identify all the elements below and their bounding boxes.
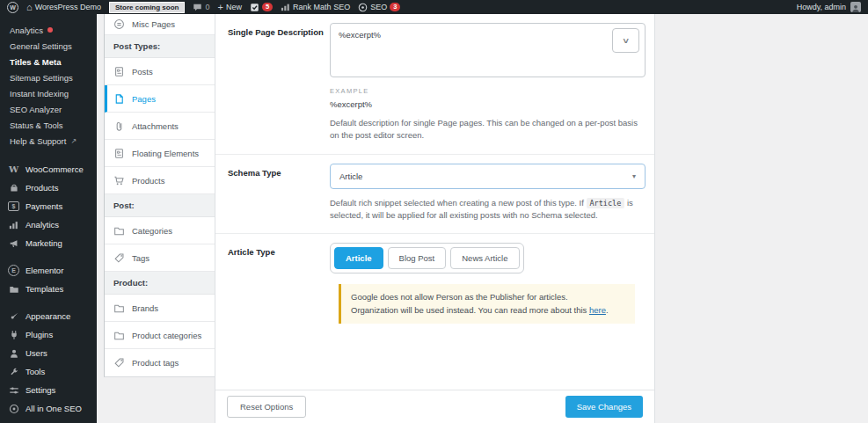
menu-item-tools[interactable]: Tools [0,362,97,381]
plus-icon: + [217,2,222,12]
menu-item-marketing[interactable]: Marketing [0,234,97,252]
templates-folder-icon [8,283,19,295]
chevron-down-icon: > [621,38,631,43]
rank-math-menu[interactable]: Rank Math SEO [281,3,350,11]
seo-menu[interactable]: SEO 3 [358,3,400,12]
comments-count: 0 [205,3,209,11]
menu-item-woocommerce[interactable]: WWooCommerce [0,160,97,179]
tab-attachments[interactable]: Attachments [105,113,215,140]
elementor-icon: E [8,265,19,276]
sidebar-item-help-support[interactable]: Help & Support↗ [0,133,97,149]
home-icon: ⌂ [26,3,33,12]
variable-dropdown-button[interactable]: > [612,28,639,53]
site-link[interactable]: ⌂ WoresPress Demo [26,3,101,12]
seo-icon [358,3,368,12]
aioseo-icon [8,403,19,414]
schema-type-row: Schema Type Article ▾ Default rich snipp… [215,154,654,234]
article-type-article-button[interactable]: Article [334,247,383,269]
external-link-icon: ↗ [70,137,77,145]
sidebar-item-sitemap-settings[interactable]: Sitemap Settings [0,69,97,85]
avatar[interactable] [850,2,861,12]
analytics-bars-icon [8,219,19,230]
settings-tab-column: Misc Pages Post Types: Posts Pages Attac… [104,14,215,377]
comments-icon [193,3,202,12]
sidebar-item-general-settings[interactable]: General Settings [0,38,97,54]
folder-icon [113,303,125,314]
brush-icon [8,310,19,322]
howdy-account-link[interactable]: Howdy, admin [797,3,846,11]
sidebar-item-titles-meta[interactable]: Titles & Meta [0,54,97,69]
content-spacer [215,335,654,390]
wordpress-menu[interactable]: W [7,2,18,13]
updates-check-icon [250,3,259,12]
tab-brands[interactable]: Brands [105,295,215,322]
seo-label: SEO [370,3,387,11]
tab-header-post-types: Post Types: [105,35,215,58]
menu-item-payments[interactable]: $Payments [0,197,97,215]
tab-misc-pages[interactable]: Misc Pages [105,14,215,35]
menu-item-products[interactable]: Products [0,179,97,197]
store-coming-soon-badge[interactable]: Store coming soon [109,2,185,13]
tab-posts[interactable]: Posts [105,58,215,85]
sidebar-item-analytics[interactable]: Analytics [0,22,97,38]
comments-link[interactable]: 0 [193,3,209,12]
single-page-description-input[interactable]: %excerpt% [330,23,646,77]
products-bag-icon [8,182,19,193]
tab-product-tags[interactable]: Product tags [105,349,215,376]
admin-menu: WWooCommerce Products $Payments Analytic… [0,160,97,418]
megaphone-icon [8,237,19,249]
settings-content-panel: Single Page Description %excerpt% > EXAM… [215,14,655,423]
sidebar-item-status-tools[interactable]: Status & Tools [0,117,97,133]
article-type-label: Article Type [228,243,330,324]
menu-item-templates[interactable]: Templates [0,280,97,298]
document-icon [113,148,125,159]
folder-icon [113,225,125,237]
rank-math-submenu: Analytics General Settings Titles & Meta… [0,14,97,152]
read-more-link[interactable]: here [589,305,606,315]
settings-sliders-icon [8,384,19,396]
single-page-description-label: Single Page Description [228,23,330,142]
article-type-row: Article Type Article Blog Post News Arti… [215,233,654,335]
rank-math-label: Rank Math SEO [293,3,350,11]
tab-header-product: Product: [105,272,215,295]
tab-tags[interactable]: Tags [105,244,215,272]
menu-item-settings[interactable]: Settings [0,381,97,399]
menu-item-analytics[interactable]: Analytics [0,215,97,234]
schema-type-select[interactable]: Article ▾ [330,164,646,189]
notification-dot [47,27,53,33]
select-arrow-icon: ▾ [632,172,636,180]
article-type-blog-post-button[interactable]: Blog Post [388,247,447,269]
sidebar-item-instant-indexing[interactable]: Instant Indexing [0,85,97,101]
menu-item-elementor[interactable]: EElementor [0,261,97,280]
tag-icon [113,357,125,368]
admin-sidebar: Analytics General Settings Titles & Meta… [0,14,97,423]
plug-icon [8,329,19,340]
sidebar-item-seo-analyzer[interactable]: SEO Analyzer [0,101,97,117]
tab-header-post: Post: [105,194,215,217]
folder-icon [113,330,125,341]
single-page-description-help: Default description for single Page page… [330,117,646,142]
site-name: WoresPress Demo [35,3,101,11]
code-chip: Article [587,198,625,208]
tab-categories[interactable]: Categories [105,217,215,244]
wrench-icon [8,366,19,377]
new-label: New [226,3,242,11]
tab-product-categories[interactable]: Product categories [105,322,215,349]
tab-products[interactable]: Products [105,167,215,194]
tab-floating-elements[interactable]: Floating Elements [105,140,215,167]
settings-footer: Reset Options Save Changes [215,390,654,423]
new-menu[interactable]: + New [217,2,241,12]
publisher-notice: Google does not allow Person as the Publ… [339,284,635,324]
save-changes-button[interactable]: Save Changes [565,396,643,418]
menu-item-appearance[interactable]: Appearance [0,307,97,325]
single-page-description-row: Single Page Description %excerpt% > EXAM… [215,14,654,154]
menu-item-plugins[interactable]: Plugins [0,325,97,344]
tab-pages[interactable]: Pages [105,85,215,113]
tag-icon [113,252,125,264]
updates-menu[interactable]: 5 [250,3,273,12]
menu-item-all-in-one-seo[interactable]: All in One SEO [0,399,97,418]
reset-options-button[interactable]: Reset Options [227,396,306,418]
schema-type-help: Default rich snippet selected when creat… [330,197,646,222]
menu-item-users[interactable]: Users [0,344,97,362]
article-type-news-article-button[interactable]: News Article [450,247,519,269]
